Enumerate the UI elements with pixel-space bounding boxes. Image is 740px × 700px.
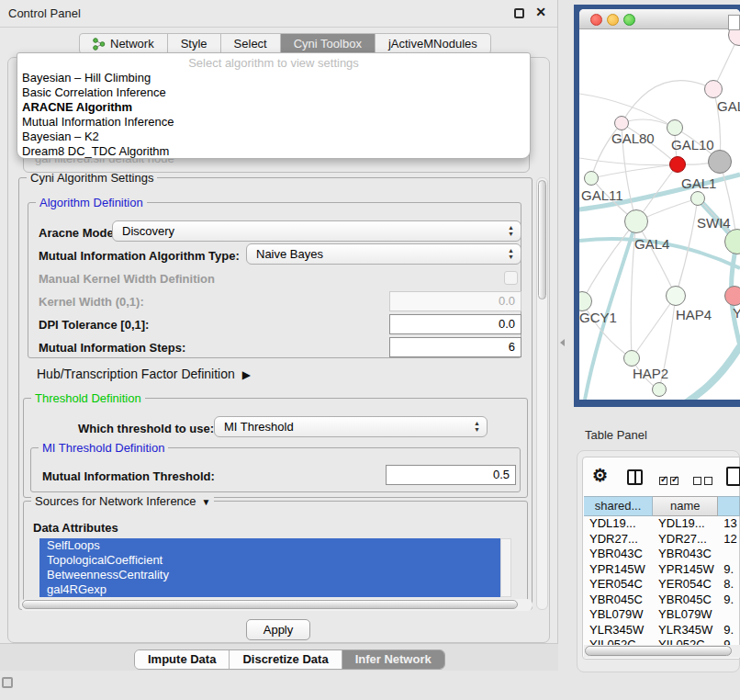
network-node-gal4[interactable] — [624, 209, 648, 233]
column-header-partial[interactable] — [718, 496, 740, 516]
network-node-gal80[interactable] — [614, 116, 629, 130]
scrollbar-thumb[interactable] — [585, 646, 732, 656]
hub-definition-toggle[interactable]: Hub/Transcription Factor Definition▶ — [37, 367, 251, 381]
tab-select[interactable]: Select — [221, 34, 281, 53]
attributes-scrollbar[interactable] — [500, 538, 511, 597]
column-header-shared-name[interactable]: shared... — [584, 496, 653, 516]
aracne-mode-value: Discovery — [122, 224, 174, 238]
gear-icon[interactable]: ⚙ — [592, 465, 608, 486]
apply-button[interactable]: Apply — [246, 619, 310, 640]
network-node-gal10[interactable] — [667, 119, 683, 136]
attribute-list-item[interactable]: BetweennessCentrality — [39, 568, 500, 582]
network-window-frame[interactable]: GALGAL80GAL10GAL1GAL11SWI4GAL4GCY1HAP4YH… — [574, 5, 740, 407]
table-row[interactable]: YDR27...YDR27...12 — [584, 532, 740, 548]
dropdown-item[interactable]: Dream8 DC_TDC Algorithm — [17, 144, 530, 159]
table-cell: YDL19... — [653, 516, 718, 532]
table-row[interactable]: YDL19...YDL19...13 — [584, 516, 740, 532]
network-node-swi4[interactable] — [690, 191, 705, 206]
mi-steps-field[interactable]: 6 — [389, 337, 521, 357]
kernel-width-field[interactable]: 0.0 — [389, 291, 521, 311]
network-window-titlebar[interactable] — [579, 9, 740, 29]
tab-style[interactable]: Style — [168, 34, 221, 53]
tab-cyni-toolbox[interactable]: Cyni Toolbox — [281, 34, 376, 53]
tab-discretize-data[interactable]: Discretize Data — [230, 650, 342, 669]
node-label: GAL1 — [681, 175, 716, 191]
manual-kernel-checkbox[interactable] — [504, 271, 518, 285]
node-label: GAL80 — [611, 130, 655, 146]
table-cell: YBR045C — [584, 593, 653, 608]
network-node-gal[interactable] — [704, 80, 723, 98]
attribute-list-item[interactable]: gal4RGexp — [39, 582, 500, 597]
node-label: GAL10 — [671, 137, 714, 152]
algorithm-dropdown-placeholder: Select algorithm to view settings — [17, 56, 530, 71]
control-panel-titlebar: Control Panel ✕ — [0, 0, 557, 28]
tab-impute-data[interactable]: Impute Data — [135, 650, 230, 669]
network-window: GALGAL80GAL10GAL1GAL11SWI4GAL4GCY1HAP4YH… — [579, 9, 740, 400]
select-all-icon[interactable]: ✓✓ — [659, 473, 681, 487]
scrollbar-thumb[interactable] — [538, 180, 546, 299]
dropdown-item[interactable]: Bayesian – K2 — [17, 130, 530, 144]
mi-type-combo[interactable]: Naive Bayes ▲▼ — [246, 243, 521, 265]
mi-threshold-label: Mutual Information Threshold: — [42, 469, 215, 483]
dropdown-item[interactable]: ARACNE Algorithm — [17, 100, 530, 115]
network-node-hap2[interactable] — [623, 350, 640, 367]
table-cell: YDL19... — [584, 516, 653, 532]
network-node[interactable] — [708, 150, 732, 174]
column-header-name[interactable]: name — [653, 496, 718, 516]
close-window-icon[interactable] — [590, 14, 602, 26]
which-threshold-combo[interactable]: MI Threshold ▲▼ — [214, 416, 488, 437]
tab-network[interactable]: Network — [80, 34, 168, 53]
aracne-mode-combo[interactable]: Discovery ▲▼ — [112, 220, 521, 242]
algorithm-dropdown[interactable]: Select algorithm to view settings Bayesi… — [17, 52, 531, 159]
tab-jactivemnodules[interactable]: jActiveMNodules — [376, 34, 490, 53]
attribute-list-item[interactable]: TopologicalCoefficient — [39, 553, 500, 568]
close-panel-icon[interactable]: ✕ — [535, 5, 546, 19]
settings-horizontal-scrollbar[interactable] — [20, 599, 533, 611]
table-cell — [718, 607, 740, 623]
dpi-tolerance-field[interactable]: 0.0 — [389, 314, 521, 334]
sources-title[interactable]: Sources for Network Inference▼ — [31, 494, 214, 508]
table-row[interactable]: YLR345WYLR345W9. — [584, 623, 740, 638]
dropdown-item[interactable]: Bayesian – Hill Climbing — [17, 71, 530, 85]
table-cell: YBR043C — [653, 547, 718, 562]
dropdown-item[interactable]: Mutual Information Inference — [17, 115, 530, 130]
splitter-collapse-icon[interactable] — [560, 339, 565, 346]
collapsed-panel-icon[interactable] — [2, 677, 13, 688]
table-cell: 9. — [718, 623, 740, 638]
settings-vertical-scrollbar[interactable] — [536, 177, 548, 610]
dropdown-item[interactable]: Basic Correlation Inference — [17, 85, 530, 100]
table-rows: YDL19...YDL19...13YDR27...YDR27...12YBR0… — [584, 516, 740, 652]
table-row[interactable]: YBR045CYBR045C9. — [584, 593, 740, 608]
mi-threshold-field[interactable]: 0.5 — [386, 465, 516, 485]
table-row[interactable]: YBR043CYBR043C — [584, 547, 740, 562]
attribute-list-item[interactable]: SelfLoops — [39, 538, 500, 553]
node-label: SWI4 — [697, 215, 731, 231]
tab-infer-network[interactable]: Infer Network — [342, 650, 444, 669]
zoom-window-icon[interactable] — [623, 14, 635, 26]
network-node-hap4[interactable] — [666, 286, 686, 306]
export-table-icon[interactable] — [726, 467, 740, 486]
table-horizontal-scrollbar[interactable] — [584, 645, 740, 658]
node-label: Y — [733, 305, 740, 321]
network-node-gal11[interactable] — [584, 171, 599, 186]
table-row[interactable]: YPR145WYPR145W9. — [584, 562, 740, 578]
which-threshold-label: Which threshold to use: — [78, 422, 214, 435]
float-panel-icon[interactable] — [514, 8, 524, 18]
network-node-y[interactable] — [724, 286, 740, 306]
network-node-gal1[interactable] — [669, 156, 686, 173]
deselect-all-icon[interactable] — [693, 473, 715, 487]
network-canvas[interactable]: GALGAL80GAL10GAL1GAL11SWI4GAL4GCY1HAP4YH… — [579, 29, 740, 400]
table-cell: 12 — [718, 532, 740, 548]
algorithm-definition-title: Algorithm Definition — [36, 196, 147, 209]
table-row[interactable]: YER054CYER054C8. — [584, 577, 740, 593]
panel-title: Control Panel — [8, 6, 81, 20]
table-cell: YER054C — [584, 577, 653, 593]
table-cell: YLR345W — [584, 623, 653, 638]
network-node[interactable] — [652, 382, 667, 397]
table-cell: YPR145W — [584, 562, 653, 578]
table-row[interactable]: YBL079WYBL079W — [584, 607, 740, 623]
minimize-window-icon[interactable] — [607, 14, 619, 26]
columns-icon[interactable] — [627, 469, 643, 485]
network-icon — [93, 38, 106, 51]
scrollbar-thumb[interactable] — [22, 600, 518, 609]
